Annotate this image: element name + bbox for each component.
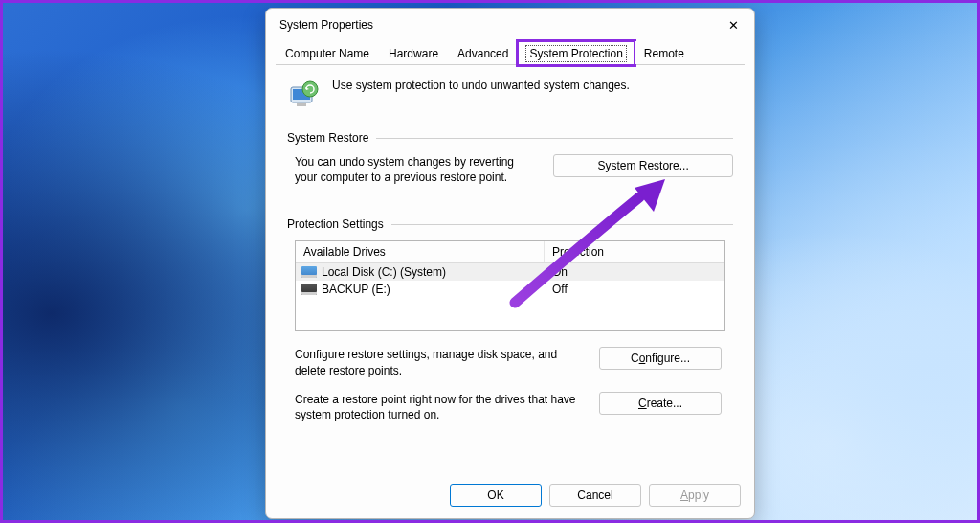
drives-table: Available Drives Protection Local Disk (… <box>295 240 725 331</box>
divider <box>391 224 733 225</box>
system-restore-heading: System Restore <box>287 131 733 145</box>
configure-button[interactable]: Configure... <box>599 347 722 370</box>
system-restore-button[interactable]: System Restore... <box>553 154 733 177</box>
drives-header-row: Available Drives Protection <box>296 241 724 263</box>
drives-body: Local Disk (C:) (System) On BACKUP (E:) … <box>296 263 724 330</box>
close-button[interactable]: ✕ <box>720 14 746 35</box>
tab-remote[interactable]: Remote <box>635 41 694 64</box>
window-title: System Properties <box>279 18 373 32</box>
ok-button[interactable]: OK <box>450 484 542 507</box>
svg-point-3 <box>302 81 318 97</box>
tab-system-protection[interactable]: System Protection <box>518 41 634 65</box>
drive-name: BACKUP (E:) <box>322 283 390 296</box>
tab-strip: Computer Name Hardware Advanced System P… <box>276 41 745 65</box>
drive-status: On <box>545 263 724 281</box>
tab-advanced[interactable]: Advanced <box>448 41 518 64</box>
create-description: Create a restore point right now for the… <box>295 392 582 422</box>
create-button[interactable]: Create... <box>599 392 722 415</box>
apply-button: Apply <box>649 484 741 507</box>
tab-hardware[interactable]: Hardware <box>379 41 448 64</box>
titlebar: System Properties ✕ <box>266 9 754 41</box>
drive-name: Local Disk (C:) (System) <box>322 265 446 279</box>
intro-row: Use system protection to undo unwanted s… <box>287 79 733 112</box>
cancel-button[interactable]: Cancel <box>549 484 641 507</box>
disk-icon <box>301 284 317 295</box>
close-icon: ✕ <box>728 18 739 33</box>
protection-settings-label: Protection Settings <box>287 217 384 231</box>
drive-status: Off <box>545 281 724 298</box>
intro-text: Use system protection to undo unwanted s… <box>332 79 630 92</box>
system-protection-icon <box>287 79 321 112</box>
table-row[interactable]: BACKUP (E:) Off <box>296 281 724 298</box>
svg-rect-2 <box>297 103 306 106</box>
protection-settings-heading: Protection Settings <box>287 217 733 231</box>
restore-description: You can undo system changes by reverting… <box>295 154 536 185</box>
divider <box>376 138 733 139</box>
tab-computer-name[interactable]: Computer Name <box>276 41 379 64</box>
col-header-drives[interactable]: Available Drives <box>296 241 545 262</box>
tab-content: Use system protection to undo unwanted s… <box>266 65 754 474</box>
dialog-button-bar: OK Cancel Apply <box>266 474 754 518</box>
disk-icon <box>301 266 317 278</box>
system-properties-dialog: System Properties ✕ Computer Name Hardwa… <box>265 8 755 519</box>
configure-description: Configure restore settings, manage disk … <box>295 347 582 377</box>
system-restore-label: System Restore <box>287 131 368 145</box>
table-row[interactable]: Local Disk (C:) (System) On <box>296 263 724 281</box>
tab-system-protection-label: System Protection <box>527 47 624 60</box>
col-header-protection[interactable]: Protection <box>545 241 724 262</box>
